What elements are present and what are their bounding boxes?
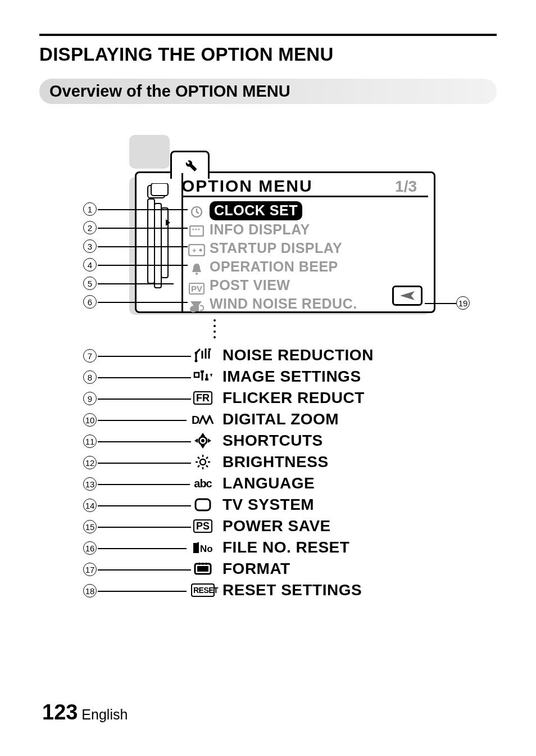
menu-title: OPTION MENU xyxy=(181,176,313,195)
callout-11: 11 xyxy=(83,434,97,448)
svg-line-39 xyxy=(206,457,208,459)
section-subhead-bar: Overview of the OPTION MENU xyxy=(39,79,497,104)
callout-2: 2 xyxy=(83,221,97,234)
tab-shadow xyxy=(129,135,170,169)
svg-rect-7 xyxy=(190,226,203,236)
page-footer: 123 English xyxy=(42,700,128,725)
svg-marker-30 xyxy=(208,438,211,443)
menu-item-post-view[interactable]: POST VIEW xyxy=(210,276,357,295)
section-subhead: Overview of the OPTION MENU xyxy=(49,82,487,101)
svg-point-31 xyxy=(200,459,206,465)
extended-menu-list: NOISE REDUCTION IMAGE SETTINGS FR FLICKE… xyxy=(191,345,374,601)
diagram-area: OPTION MENU 1/3 xyxy=(39,126,497,149)
opt-format: FORMAT xyxy=(222,560,290,578)
wrench-icon xyxy=(181,156,198,175)
svg-rect-3 xyxy=(155,203,161,288)
svg-marker-23 xyxy=(210,374,212,377)
continuation-dots xyxy=(214,319,216,344)
menu-items: CLOCK SET INFO DISPLAY STARTUP DISPLAY O… xyxy=(210,201,357,313)
menu-item-icons: + PV xyxy=(187,202,206,317)
brightness-icon xyxy=(191,454,215,470)
svg-line-37 xyxy=(206,465,208,467)
callout-5: 5 xyxy=(83,277,97,290)
opt-shortcuts: SHORTCUTS xyxy=(222,432,323,450)
shortcuts-icon xyxy=(191,432,215,449)
svg-rect-43 xyxy=(197,566,208,572)
image-settings-icon xyxy=(191,368,215,385)
opt-noise-reduction: NOISE REDUCTION xyxy=(222,346,374,364)
digital-zoom-icon: D xyxy=(191,411,215,428)
svg-point-14 xyxy=(196,273,198,275)
svg-rect-1 xyxy=(151,183,168,196)
screen-frame: OPTION MENU 1/3 xyxy=(135,171,435,313)
svg-point-9 xyxy=(196,229,197,230)
svg-line-36 xyxy=(198,457,199,459)
svg-rect-2 xyxy=(148,199,155,283)
svg-rect-20 xyxy=(194,373,199,377)
language-icon: abc xyxy=(191,475,215,492)
callout-3: 3 xyxy=(83,239,97,253)
svg-marker-29 xyxy=(194,438,198,443)
menu-item-info-display[interactable]: INFO DISPLAY xyxy=(210,220,357,239)
noise-reduction-icon xyxy=(191,347,215,364)
svg-text:D: D xyxy=(192,414,199,426)
svg-point-17 xyxy=(195,360,198,363)
info-display-icon xyxy=(187,221,206,241)
opt-file-no-reset: FILE NO. RESET xyxy=(222,538,349,556)
title-underline xyxy=(181,196,428,197)
top-rule xyxy=(39,34,497,36)
opt-reset-settings: RESET SETTINGS xyxy=(222,581,362,599)
menu-item-wind-noise[interactable]: WIND NOISE REDUC. xyxy=(210,295,357,313)
pv-icon: PV xyxy=(187,279,206,298)
clock-icon xyxy=(187,202,206,221)
opt-brightness: BRIGHTNESS xyxy=(222,453,329,471)
svg-point-13 xyxy=(199,249,202,252)
callout-13: 13 xyxy=(83,477,97,491)
reset-icon: RESET xyxy=(191,582,215,599)
svg-rect-40 xyxy=(196,499,210,510)
menu-item-startup-display[interactable]: STARTUP DISPLAY xyxy=(210,239,357,257)
page-title: DISPLAYING THE OPTION MENU xyxy=(39,44,497,65)
opt-digital-zoom: DIGITAL ZOOM xyxy=(222,410,339,428)
callout-19: 19 xyxy=(456,296,470,310)
scroll-down-icon xyxy=(190,301,202,309)
callout-17: 17 xyxy=(83,563,97,576)
opt-language: LANGUAGE xyxy=(222,474,315,492)
svg-marker-28 xyxy=(201,445,205,449)
tv-system-icon xyxy=(191,496,215,513)
svg-point-8 xyxy=(193,229,194,230)
callout-14: 14 xyxy=(83,499,97,512)
svg-rect-11 xyxy=(189,245,205,256)
camera-screen: OPTION MENU 1/3 xyxy=(129,149,430,315)
svg-line-38 xyxy=(198,465,199,467)
callout-18: 18 xyxy=(83,584,97,597)
settings-tab xyxy=(170,151,210,179)
opt-flicker-reduct: FLICKER REDUCT xyxy=(222,389,365,407)
callout-8: 8 xyxy=(83,370,97,384)
callout-9: 9 xyxy=(83,392,97,405)
callout-10: 10 xyxy=(83,413,97,427)
svg-point-18 xyxy=(195,352,198,355)
svg-text:No.: No. xyxy=(200,544,214,554)
opt-power-save: POWER SAVE xyxy=(222,517,331,535)
enter-icon xyxy=(399,290,416,301)
ps-icon: PS xyxy=(191,518,215,535)
mode-tabs-icon xyxy=(146,183,172,298)
svg-point-26 xyxy=(201,439,205,442)
callout-12: 12 xyxy=(83,456,97,469)
callout-16: 16 xyxy=(83,541,97,555)
page-number: 123 xyxy=(42,700,78,724)
format-icon xyxy=(191,560,215,577)
callout-1: 1 xyxy=(83,202,97,216)
svg-rect-21 xyxy=(201,370,204,373)
operation-beep-icon xyxy=(187,260,206,279)
callout-15: 15 xyxy=(83,520,97,533)
fr-icon: FR xyxy=(191,390,215,406)
svg-rect-22 xyxy=(205,378,208,381)
svg-point-10 xyxy=(198,229,200,230)
svg-text:+: + xyxy=(192,246,197,255)
startup-display-icon: + xyxy=(187,241,206,260)
enter-button[interactable] xyxy=(392,286,423,306)
menu-item-clock-set[interactable]: CLOCK SET xyxy=(210,201,302,220)
menu-item-operation-beep[interactable]: OPERATION BEEP xyxy=(210,257,357,276)
